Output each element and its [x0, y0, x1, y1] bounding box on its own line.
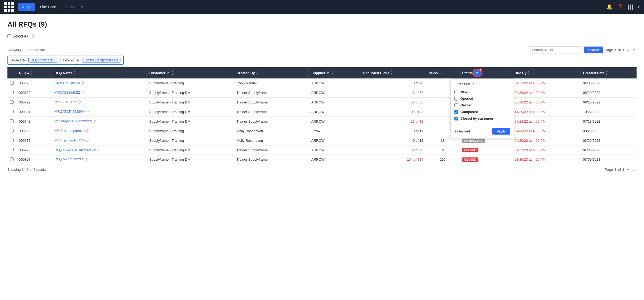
- nav-tab-customers[interactable]: Customers: [61, 3, 86, 11]
- refresh-icon[interactable]: ↻: [82, 139, 85, 142]
- warn-icon[interactable]: ⚠: [97, 148, 100, 152]
- filter-icon-customer[interactable]: ⚑: [167, 71, 170, 75]
- cell-created-by: Melly Rosehaven: [234, 126, 309, 136]
- cell-created-by: Trainer Supplyframe: [234, 155, 309, 164]
- row-checkbox[interactable]: [10, 110, 14, 113]
- info-icon[interactable]: ⓘ: [85, 157, 88, 161]
- grid-menu-icon[interactable]: [4, 2, 14, 12]
- filter-checkbox-quoted[interactable]: [454, 103, 458, 107]
- nav-tab-rfqs[interactable]: RFQs: [18, 3, 35, 11]
- select-all-checkbox[interactable]: [7, 34, 11, 38]
- th-created-date[interactable]: Created Date ▲▼: [580, 67, 637, 78]
- th-supplier[interactable]: Supplier ⚑ ▲▼: [309, 67, 360, 78]
- sort-icons-customer: ▲▼: [171, 71, 173, 75]
- table-row: 000677MR Training RFQ↻ⓘSupplyframe - Tra…: [7, 136, 637, 145]
- info-icon[interactable]: ⓘ: [81, 81, 84, 85]
- status-filter-button[interactable]: ⚑ 2: [474, 70, 481, 76]
- row-checkbox[interactable]: [10, 119, 14, 123]
- filter-option-opened[interactable]: Opened: [454, 95, 510, 102]
- search-button[interactable]: Search: [584, 47, 603, 53]
- sort-tag[interactable]: RFQ Name asc ×: [28, 58, 58, 62]
- cell-customer: Supplyframe - Training: [147, 126, 234, 136]
- help-icon[interactable]: ❓: [617, 4, 623, 10]
- filter-checkbox-closed-customer[interactable]: [454, 117, 458, 120]
- cell-rfq-num: 000743: [16, 117, 52, 126]
- app-switcher-icon[interactable]: [628, 5, 633, 10]
- filter-checkbox-opened[interactable]: [454, 97, 458, 101]
- filter-option-completed[interactable]: Completed: [454, 109, 510, 115]
- sort-icons-dueby: ▲▼: [528, 71, 530, 75]
- apply-button[interactable]: Apply: [492, 128, 511, 135]
- rfq-name-link[interactable]: MR CAT82022: [55, 100, 77, 104]
- info-icon[interactable]: ⓘ: [86, 129, 89, 133]
- th-customer[interactable]: Customer ⚑ ▲▼: [147, 67, 234, 78]
- row-checkbox[interactable]: [10, 157, 14, 161]
- status-badge: CLOSED: [462, 148, 479, 152]
- th-status[interactable]: Status ⚑ 2 ▲▼ Filter Status: [459, 67, 512, 78]
- refresh-icon[interactable]: ↻: [94, 148, 96, 152]
- rfq-name-link[interactable]: MR Projects 7-132022: [55, 119, 89, 123]
- refresh-icon[interactable]: ↻: [90, 119, 92, 123]
- cell-created-by: Trainer Supplyframe: [234, 145, 309, 155]
- rfq-name-link[interactable]: 0406 RM Data: [55, 81, 77, 85]
- th-rfq-name[interactable]: RFQ Name ▲▼: [52, 67, 147, 78]
- sort-icons-supplier: ▲▼: [331, 71, 333, 75]
- cell-created-by: Melly Rosehaven: [234, 136, 309, 145]
- refresh-icon[interactable]: ↻: [78, 81, 80, 85]
- rfq-name-link[interactable]: RFQ March 2023: [55, 157, 81, 161]
- page-bottom-next-button[interactable]: »: [632, 167, 637, 172]
- notification-icon[interactable]: 🔔: [607, 4, 612, 10]
- select-all-label[interactable]: Select All: [7, 34, 28, 38]
- filter-option-closed-customer[interactable]: Closed by customer: [454, 115, 510, 122]
- page-next-button[interactable]: »: [632, 48, 637, 52]
- cell-due-by: 03/30/23 at 4:00 PM: [512, 155, 580, 164]
- nav-dropdown-arrow[interactable]: ▾: [638, 5, 640, 9]
- filter-checkbox-completed[interactable]: [454, 110, 458, 114]
- th-due-by[interactable]: Due By ▲▼: [512, 67, 580, 78]
- cell-rfq-name: MR Train Implementⓘ: [52, 126, 147, 136]
- sort-tag-group: Sorted By: RFQ Name asc ×: [11, 58, 58, 62]
- info-icon[interactable]: ⓘ: [93, 119, 96, 123]
- info-icon[interactable]: ⓘ: [85, 110, 89, 114]
- cell-created-date: 10/27/2022: [580, 107, 637, 117]
- th-rfq-num[interactable]: RFQ # ▲▼: [16, 67, 52, 78]
- row-checkbox[interactable]: [10, 100, 14, 104]
- row-checkbox[interactable]: [10, 81, 14, 85]
- sort-icons-items: ▲▼: [439, 71, 441, 75]
- nav-tabs: RFQs Line Card Customers: [18, 3, 607, 11]
- info-icon[interactable]: ⓘ: [78, 100, 81, 104]
- filter-checkbox-new[interactable]: [454, 90, 458, 94]
- page-bottom-prev-button[interactable]: «: [626, 167, 630, 172]
- cell-customer: Supplyframe - Training DM: [147, 98, 234, 107]
- filter-option-new[interactable]: New: [454, 89, 510, 95]
- th-created-by[interactable]: Created By ▲▼: [234, 67, 309, 78]
- rfq-name-link[interactable]: RFQ 4-5-23 (MR4523v4): [55, 148, 93, 152]
- sort-icons-rfqnum: ▲▼: [30, 71, 32, 75]
- rfq-name-link[interactable]: MR Train Implement: [55, 129, 86, 133]
- filter-option-quoted[interactable]: Quoted: [454, 102, 510, 109]
- info-icon[interactable]: ⓘ: [81, 91, 84, 94]
- rfq-name-link[interactable]: MRCATCP-2022Q4: [55, 110, 85, 114]
- nav-tab-linecard[interactable]: Line Card: [36, 3, 60, 11]
- cell-unquoted: 0 of 12: [360, 136, 426, 145]
- page-prev-button[interactable]: «: [626, 48, 630, 52]
- th-unquoted[interactable]: Unquoted CPNs ▲▼: [360, 67, 426, 78]
- row-checkbox[interactable]: [10, 148, 14, 151]
- filter-tag[interactable]: Status: Completed +1 ×: [82, 58, 120, 62]
- filter-icon-supplier[interactable]: ⚑: [327, 71, 329, 75]
- search-input[interactable]: [529, 46, 582, 53]
- th-items[interactable]: Items ▲▼: [426, 67, 459, 78]
- results-bar: Showing 1 - 9 of 9 results Search Page 1…: [7, 45, 637, 56]
- row-checkbox[interactable]: [10, 139, 14, 142]
- sort-icons-rfqname: ▲▼: [73, 71, 76, 75]
- refresh-icon[interactable]: ↻: [82, 157, 84, 161]
- rfq-name-link[interactable]: MRCAT8202022: [55, 90, 80, 94]
- cell-created-date: 03/09/2023: [580, 155, 637, 164]
- info-icon[interactable]: ⓘ: [85, 139, 89, 142]
- copy-icon[interactable]: ⎘: [31, 33, 37, 39]
- filter-dropdown-title: Filter Status: [454, 82, 510, 86]
- row-checkbox[interactable]: [10, 91, 14, 94]
- rfq-name-link[interactable]: MR Training RFQ: [55, 138, 81, 142]
- status-filter-dropdown: Filter Status New Opened: [450, 78, 514, 138]
- row-checkbox[interactable]: [10, 129, 14, 132]
